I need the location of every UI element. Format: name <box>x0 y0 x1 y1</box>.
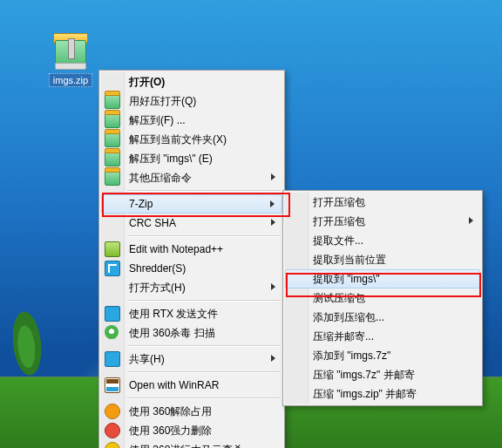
mi-7z-compress-mail[interactable]: 压缩并邮寄... <box>285 327 480 346</box>
mi-360-force-delete[interactable]: 使用 360强力删除 <box>101 421 282 440</box>
mi-shredder[interactable]: Shredder(S) <box>101 259 282 278</box>
mi-haozip-open[interactable]: 用好压打开(Q) <box>101 92 282 111</box>
mi-label: 其他压缩命令 <box>129 172 192 184</box>
mi-label: 解压到 "imgs\" (E) <box>129 153 213 165</box>
mi-open-with[interactable]: 打开方式(H) <box>101 278 282 297</box>
file-imgs-zip[interactable]: imgs.zip <box>44 31 98 87</box>
chevron-right-icon <box>271 173 275 180</box>
plant <box>3 307 53 397</box>
mi-notepadpp[interactable]: Edit with Notepad++ <box>101 240 282 259</box>
mi-7z-zip-mail[interactable]: 压缩 "imgs.zip" 并邮寄 <box>285 384 480 404</box>
mi-label: 打开方式(H) <box>129 282 186 294</box>
mi-label: 提取文件... <box>313 234 363 247</box>
shredder-icon <box>105 261 120 276</box>
separator <box>127 190 281 192</box>
mi-7z-add-7z[interactable]: 添加到 "imgs.7z" <box>285 346 480 365</box>
chevron-right-icon <box>271 283 275 290</box>
mi-label: Edit with Notepad++ <box>129 243 223 255</box>
mi-label: 添加到压缩包... <box>313 311 384 323</box>
mi-label: 压缩 "imgs.7z" 并邮寄 <box>313 369 415 381</box>
mi-label: 添加到 "imgs.7z" <box>313 350 390 362</box>
mi-360-cloud-scan[interactable]: 使用 360进行木马云查杀 <box>101 440 282 448</box>
mi-share[interactable]: 共享(H) <box>101 350 282 369</box>
mi-label: 压缩 "imgs.zip" 并邮寄 <box>313 388 417 400</box>
zip-icon <box>105 112 120 128</box>
mi-label: Open with WinRAR <box>129 379 219 391</box>
zip-icon <box>105 151 120 166</box>
context-menu: 打开(O) 用好压打开(Q) 解压到(F) ... 解压到当前文件夹(X) 解压… <box>98 70 285 448</box>
mi-label: 解压到(F) ... <box>129 114 186 126</box>
mi-label: 压缩并邮寄... <box>313 330 374 343</box>
mi-label: CRC SHA <box>129 217 176 229</box>
separator <box>127 235 281 237</box>
360-icon <box>105 423 120 438</box>
mi-crc-sha[interactable]: CRC SHA <box>101 214 282 233</box>
separator <box>127 397 281 399</box>
file-label: imgs.zip <box>49 73 92 87</box>
chevron-right-icon <box>270 200 275 207</box>
mi-label: 使用 360进行木马云查杀 <box>129 444 243 448</box>
mi-360-scan[interactable]: 使用 360杀毒 扫描 <box>101 323 282 343</box>
mi-label: 打开压缩包 <box>313 196 365 208</box>
mi-extract-here[interactable]: 解压到当前文件夹(X) <box>101 130 282 149</box>
separator <box>127 300 281 302</box>
submenu-7zip: 打开压缩包 打开压缩包 提取文件... 提取到当前位置 提取到 "imgs\" … <box>282 190 483 406</box>
desktop: imgs.zip 打开(O) 用好压打开(Q) 解压到(F) ... 解压到当前… <box>0 0 502 448</box>
mi-extract-imgs[interactable]: 解压到 "imgs\" (E) <box>101 149 282 168</box>
chevron-right-icon <box>271 219 275 226</box>
mi-7z-add[interactable]: 添加到压缩包... <box>285 308 480 327</box>
mi-7z-open[interactable]: 打开压缩包 <box>285 193 480 212</box>
mi-label: 7-Zip <box>129 198 153 210</box>
mi-open-label: 打开(O) <box>129 76 165 88</box>
mi-label: 打开压缩包 <box>313 215 365 227</box>
mi-open-winrar[interactable]: Open with WinRAR <box>101 376 282 395</box>
mi-7z-extract-here[interactable]: 提取到当前位置 <box>285 250 480 269</box>
shield-icon <box>105 325 119 339</box>
share-icon <box>105 351 120 367</box>
mi-extract-to[interactable]: 解压到(F) ... <box>101 111 282 130</box>
mi-open[interactable]: 打开(O) <box>101 72 282 92</box>
mi-other-zip[interactable]: 其他压缩命令 <box>101 168 282 187</box>
mi-7zip[interactable]: 7-Zip <box>101 194 282 214</box>
mi-label: 共享(H) <box>129 353 165 365</box>
zip-icon <box>105 93 120 109</box>
mi-rtx-send[interactable]: 使用 RTX 发送文件 <box>101 304 282 323</box>
winrar-icon <box>105 377 120 393</box>
separator <box>127 345 281 347</box>
mi-label: 使用 360强力删除 <box>129 424 212 437</box>
mi-label: Shredder(S) <box>129 262 186 275</box>
mi-7z-test[interactable]: 测试压缩包 <box>285 288 480 308</box>
mi-7z-extract-imgs[interactable]: 提取到 "imgs\" <box>285 269 480 288</box>
mi-label: 使用 RTX 发送文件 <box>129 308 218 320</box>
chevron-right-icon <box>469 217 473 224</box>
mi-7z-extract-files[interactable]: 提取文件... <box>285 231 480 250</box>
mi-360-unlock[interactable]: 使用 360解除占用 <box>101 402 282 421</box>
mi-label: 提取到当前位置 <box>313 254 386 266</box>
mi-label: 提取到 "imgs\" <box>313 273 380 285</box>
mi-7z-open2[interactable]: 打开压缩包 <box>285 212 480 231</box>
notepadpp-icon <box>105 241 120 257</box>
mi-label: 用好压打开(Q) <box>129 95 196 107</box>
mi-label: 测试压缩包 <box>313 292 365 304</box>
separator <box>127 371 281 373</box>
zip-file-icon <box>50 31 92 70</box>
mi-label: 使用 360杀毒 扫描 <box>129 327 215 339</box>
mi-label: 使用 360解除占用 <box>129 405 212 417</box>
mi-7z-7z-mail[interactable]: 压缩 "imgs.7z" 并邮寄 <box>285 365 480 384</box>
zip-icon <box>105 132 120 147</box>
zip-icon <box>105 170 120 186</box>
360-icon <box>105 442 120 448</box>
mi-label: 解压到当前文件夹(X) <box>129 133 227 146</box>
rtx-icon <box>105 306 120 322</box>
chevron-right-icon <box>271 355 275 362</box>
360-icon <box>105 404 120 419</box>
